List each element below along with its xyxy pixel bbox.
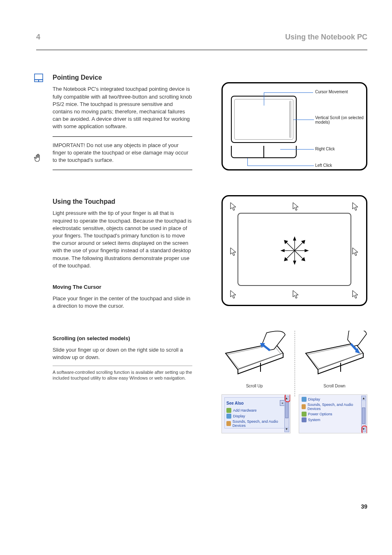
svg-rect-2 (39, 80, 43, 82)
divider-1 (53, 136, 192, 137)
svg-marker-4 (293, 237, 296, 240)
see-also-title: See Also (226, 401, 244, 405)
scroll-down-caption: Scroll Down (302, 384, 367, 388)
cursor-icon (293, 202, 299, 211)
pointing-device-paragraph: The Notebook PC's integrated touchpad po… (53, 85, 192, 130)
svg-marker-6 (293, 261, 296, 264)
divider-2 (53, 170, 192, 170)
cursor-icon (352, 290, 359, 299)
scroll-up-arrow: ▲ (362, 396, 366, 401)
moving-cursor-title: Moving The Cursor (53, 283, 192, 291)
moving-cursor-paragraph: Place your finger in the center of the t… (53, 295, 192, 310)
svg-line-15 (286, 251, 295, 259)
moving-cursor-text: Moving The Cursor Place your finger in t… (53, 283, 192, 314)
highlight-ring-icon (362, 426, 367, 433)
scrolling-text: Scrolling (on selected models) Slide you… (53, 335, 192, 381)
list-item: Power Options (302, 411, 362, 417)
list-item: Add Hardware (226, 408, 286, 413)
pointing-device-title: Pointing Device (53, 73, 192, 82)
highlight-ring-icon (285, 394, 291, 402)
cursor-icon (230, 247, 237, 256)
figure-touchpad-labeled: Cursor Movement Vertical Scroll (on sele… (221, 82, 367, 170)
scrolling-note: A software-controlled scrolling function… (53, 366, 192, 381)
using-touchpad-paragraph: Light pressure with the tip of your fing… (53, 210, 192, 269)
cursor-icon (230, 290, 237, 299)
important-note: IMPORTANT! Do not use any objects in pla… (53, 142, 192, 164)
svg-line-13 (295, 242, 303, 251)
scroll-thumb (362, 408, 365, 424)
callout-left-click: Left Click (315, 163, 332, 168)
figure-screenshots: See Also « Add Hardware Display Sounds, … (221, 394, 367, 433)
list-item: Display (226, 413, 286, 419)
cursor-icon (293, 290, 299, 299)
section-title: Using the Notebook PC (285, 33, 367, 41)
list-item: Display (302, 396, 362, 402)
touchpad-icon (34, 73, 45, 85)
touchpad-scroll-down-illustration (302, 331, 367, 382)
touchpad-scroll-up-illustration (221, 331, 287, 382)
callout-cursor-movement: Cursor Movement (315, 90, 348, 94)
screenshot-left: See Also « Add Hardware Display Sounds, … (221, 394, 291, 433)
hand-stop-icon (34, 153, 45, 165)
screenshot-right: Display Sounds, Speech, and Audio Device… (299, 394, 368, 433)
using-touchpad-text: Using the Touchpad Light pressure with t… (53, 197, 192, 274)
section-number: 4 (36, 33, 40, 41)
svg-line-11 (286, 242, 295, 251)
header-rule (36, 50, 367, 50)
cursor-icon (352, 247, 359, 256)
page-number: 39 (361, 503, 367, 510)
svg-line-17 (295, 251, 303, 259)
svg-rect-1 (35, 80, 39, 82)
svg-marker-8 (281, 249, 284, 252)
using-touchpad-title: Using the Touchpad (53, 197, 192, 206)
pointing-device-text: Pointing Device The Notebook PC's integr… (53, 73, 192, 175)
list-item: Sounds, Speech, and Audio Devices (226, 419, 286, 428)
scroll-thumb (285, 402, 288, 418)
svg-marker-10 (305, 249, 308, 252)
cursor-icon (230, 202, 237, 211)
page-header: 4 Using the Notebook PC (36, 33, 367, 44)
scroll-down-arrow: ▼ (285, 427, 289, 432)
list-item: System (302, 417, 362, 423)
cursor-icon (352, 202, 359, 211)
scrolling-paragraph: Slide your finger up or down on the righ… (53, 346, 192, 361)
scrolling-title: Scrolling (on selected models) (53, 335, 192, 342)
list-item: Sounds, Speech, and Audio Devices (302, 402, 362, 411)
callout-right-click: Right Click (315, 147, 335, 151)
figure-scroll-gesture: Scroll Up Scr (221, 331, 367, 388)
callout-vertical-scroll: Vertical Scroll (on selected models) (315, 115, 364, 124)
figure-cursor-directions (221, 195, 367, 306)
scroll-up-caption: Scroll Up (221, 384, 287, 388)
svg-rect-0 (35, 74, 43, 80)
directional-arrows-icon (280, 236, 309, 265)
